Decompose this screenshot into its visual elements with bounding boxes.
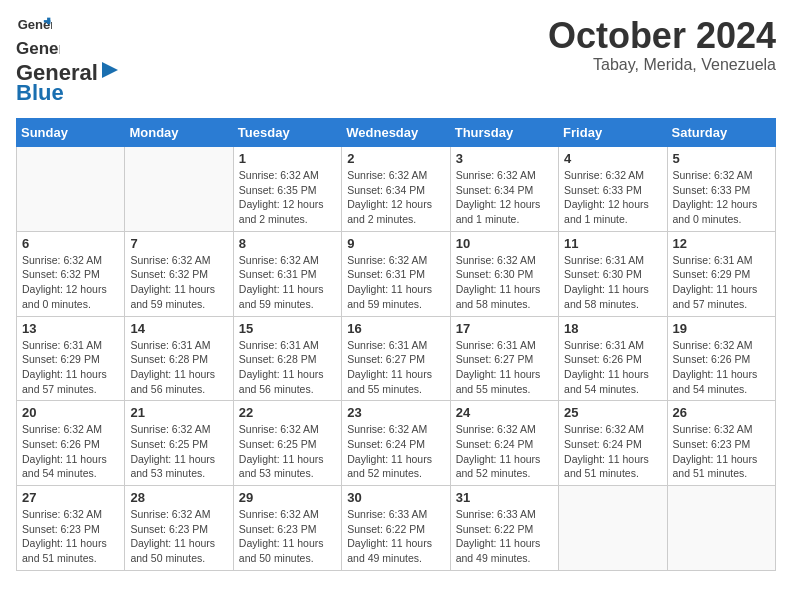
calendar-cell: 14Sunrise: 6:31 AM Sunset: 6:28 PM Dayli… — [125, 316, 233, 401]
day-info: Sunrise: 6:32 AM Sunset: 6:25 PM Dayligh… — [130, 422, 227, 481]
weekday-header-saturday: Saturday — [667, 119, 775, 147]
day-info: Sunrise: 6:32 AM Sunset: 6:33 PM Dayligh… — [564, 168, 661, 227]
calendar-cell: 30Sunrise: 6:33 AM Sunset: 6:22 PM Dayli… — [342, 486, 450, 571]
day-number: 24 — [456, 405, 553, 420]
logo: General General General Blue — [16, 16, 120, 106]
calendar-cell: 11Sunrise: 6:31 AM Sunset: 6:30 PM Dayli… — [559, 231, 667, 316]
calendar-cell: 19Sunrise: 6:32 AM Sunset: 6:26 PM Dayli… — [667, 316, 775, 401]
day-number: 31 — [456, 490, 553, 505]
day-number: 11 — [564, 236, 661, 251]
calendar-cell: 4Sunrise: 6:32 AM Sunset: 6:33 PM Daylig… — [559, 147, 667, 232]
day-info: Sunrise: 6:31 AM Sunset: 6:29 PM Dayligh… — [673, 253, 770, 312]
day-info: Sunrise: 6:31 AM Sunset: 6:29 PM Dayligh… — [22, 338, 119, 397]
calendar-cell: 18Sunrise: 6:31 AM Sunset: 6:26 PM Dayli… — [559, 316, 667, 401]
day-info: Sunrise: 6:32 AM Sunset: 6:23 PM Dayligh… — [239, 507, 336, 566]
calendar-cell: 23Sunrise: 6:32 AM Sunset: 6:24 PM Dayli… — [342, 401, 450, 486]
day-number: 10 — [456, 236, 553, 251]
day-number: 2 — [347, 151, 444, 166]
day-number: 27 — [22, 490, 119, 505]
day-info: Sunrise: 6:33 AM Sunset: 6:22 PM Dayligh… — [347, 507, 444, 566]
logo-flag-icon — [100, 62, 120, 84]
day-info: Sunrise: 6:32 AM Sunset: 6:24 PM Dayligh… — [456, 422, 553, 481]
day-number: 29 — [239, 490, 336, 505]
svg-marker-4 — [102, 62, 118, 78]
month-title: October 2024 — [548, 16, 776, 56]
day-number: 26 — [673, 405, 770, 420]
calendar-week-row: 1Sunrise: 6:32 AM Sunset: 6:35 PM Daylig… — [17, 147, 776, 232]
calendar-cell: 22Sunrise: 6:32 AM Sunset: 6:25 PM Dayli… — [233, 401, 341, 486]
day-info: Sunrise: 6:32 AM Sunset: 6:34 PM Dayligh… — [347, 168, 444, 227]
day-number: 18 — [564, 321, 661, 336]
day-number: 1 — [239, 151, 336, 166]
day-info: Sunrise: 6:31 AM Sunset: 6:28 PM Dayligh… — [239, 338, 336, 397]
day-number: 12 — [673, 236, 770, 251]
day-info: Sunrise: 6:32 AM Sunset: 6:23 PM Dayligh… — [673, 422, 770, 481]
calendar-cell: 9Sunrise: 6:32 AM Sunset: 6:31 PM Daylig… — [342, 231, 450, 316]
day-info: Sunrise: 6:32 AM Sunset: 6:24 PM Dayligh… — [347, 422, 444, 481]
day-info: Sunrise: 6:32 AM Sunset: 6:31 PM Dayligh… — [239, 253, 336, 312]
title-area: October 2024 Tabay, Merida, Venezuela — [548, 16, 776, 74]
day-info: Sunrise: 6:33 AM Sunset: 6:22 PM Dayligh… — [456, 507, 553, 566]
calendar-cell: 7Sunrise: 6:32 AM Sunset: 6:32 PM Daylig… — [125, 231, 233, 316]
calendar-week-row: 20Sunrise: 6:32 AM Sunset: 6:26 PM Dayli… — [17, 401, 776, 486]
day-number: 9 — [347, 236, 444, 251]
logo-icon: General — [16, 16, 52, 34]
day-info: Sunrise: 6:32 AM Sunset: 6:32 PM Dayligh… — [22, 253, 119, 312]
day-number: 30 — [347, 490, 444, 505]
day-number: 25 — [564, 405, 661, 420]
svg-text:General: General — [16, 39, 60, 58]
weekday-header-tuesday: Tuesday — [233, 119, 341, 147]
calendar-week-row: 27Sunrise: 6:32 AM Sunset: 6:23 PM Dayli… — [17, 486, 776, 571]
weekday-header-sunday: Sunday — [17, 119, 125, 147]
calendar-cell: 31Sunrise: 6:33 AM Sunset: 6:22 PM Dayli… — [450, 486, 558, 571]
calendar-table: SundayMondayTuesdayWednesdayThursdayFrid… — [16, 118, 776, 571]
day-number: 17 — [456, 321, 553, 336]
day-number: 19 — [673, 321, 770, 336]
day-number: 22 — [239, 405, 336, 420]
day-number: 5 — [673, 151, 770, 166]
calendar-cell: 28Sunrise: 6:32 AM Sunset: 6:23 PM Dayli… — [125, 486, 233, 571]
calendar-cell — [125, 147, 233, 232]
calendar-week-row: 13Sunrise: 6:31 AM Sunset: 6:29 PM Dayli… — [17, 316, 776, 401]
calendar-cell: 12Sunrise: 6:31 AM Sunset: 6:29 PM Dayli… — [667, 231, 775, 316]
day-info: Sunrise: 6:32 AM Sunset: 6:25 PM Dayligh… — [239, 422, 336, 481]
calendar-cell: 15Sunrise: 6:31 AM Sunset: 6:28 PM Dayli… — [233, 316, 341, 401]
day-number: 16 — [347, 321, 444, 336]
day-info: Sunrise: 6:31 AM Sunset: 6:26 PM Dayligh… — [564, 338, 661, 397]
weekday-header-friday: Friday — [559, 119, 667, 147]
logo-blue-text: Blue — [16, 80, 64, 106]
calendar-cell: 2Sunrise: 6:32 AM Sunset: 6:34 PM Daylig… — [342, 147, 450, 232]
calendar-cell: 13Sunrise: 6:31 AM Sunset: 6:29 PM Dayli… — [17, 316, 125, 401]
calendar-cell: 5Sunrise: 6:32 AM Sunset: 6:33 PM Daylig… — [667, 147, 775, 232]
day-info: Sunrise: 6:32 AM Sunset: 6:26 PM Dayligh… — [673, 338, 770, 397]
svg-marker-2 — [44, 20, 51, 22]
location-title: Tabay, Merida, Venezuela — [548, 56, 776, 74]
calendar-cell: 16Sunrise: 6:31 AM Sunset: 6:27 PM Dayli… — [342, 316, 450, 401]
calendar-week-row: 6Sunrise: 6:32 AM Sunset: 6:32 PM Daylig… — [17, 231, 776, 316]
calendar-cell: 20Sunrise: 6:32 AM Sunset: 6:26 PM Dayli… — [17, 401, 125, 486]
day-info: Sunrise: 6:32 AM Sunset: 6:24 PM Dayligh… — [564, 422, 661, 481]
day-info: Sunrise: 6:32 AM Sunset: 6:23 PM Dayligh… — [22, 507, 119, 566]
calendar-cell: 29Sunrise: 6:32 AM Sunset: 6:23 PM Dayli… — [233, 486, 341, 571]
day-number: 20 — [22, 405, 119, 420]
weekday-header-thursday: Thursday — [450, 119, 558, 147]
day-info: Sunrise: 6:32 AM Sunset: 6:31 PM Dayligh… — [347, 253, 444, 312]
day-info: Sunrise: 6:31 AM Sunset: 6:30 PM Dayligh… — [564, 253, 661, 312]
calendar-cell — [667, 486, 775, 571]
calendar-cell: 1Sunrise: 6:32 AM Sunset: 6:35 PM Daylig… — [233, 147, 341, 232]
weekday-header-wednesday: Wednesday — [342, 119, 450, 147]
day-number: 21 — [130, 405, 227, 420]
calendar-cell: 10Sunrise: 6:32 AM Sunset: 6:30 PM Dayli… — [450, 231, 558, 316]
day-info: Sunrise: 6:32 AM Sunset: 6:26 PM Dayligh… — [22, 422, 119, 481]
day-number: 13 — [22, 321, 119, 336]
day-info: Sunrise: 6:32 AM Sunset: 6:34 PM Dayligh… — [456, 168, 553, 227]
day-number: 28 — [130, 490, 227, 505]
day-number: 3 — [456, 151, 553, 166]
day-info: Sunrise: 6:32 AM Sunset: 6:32 PM Dayligh… — [130, 253, 227, 312]
calendar-cell: 6Sunrise: 6:32 AM Sunset: 6:32 PM Daylig… — [17, 231, 125, 316]
calendar-cell: 8Sunrise: 6:32 AM Sunset: 6:31 PM Daylig… — [233, 231, 341, 316]
day-number: 6 — [22, 236, 119, 251]
day-info: Sunrise: 6:31 AM Sunset: 6:28 PM Dayligh… — [130, 338, 227, 397]
day-number: 14 — [130, 321, 227, 336]
day-number: 8 — [239, 236, 336, 251]
